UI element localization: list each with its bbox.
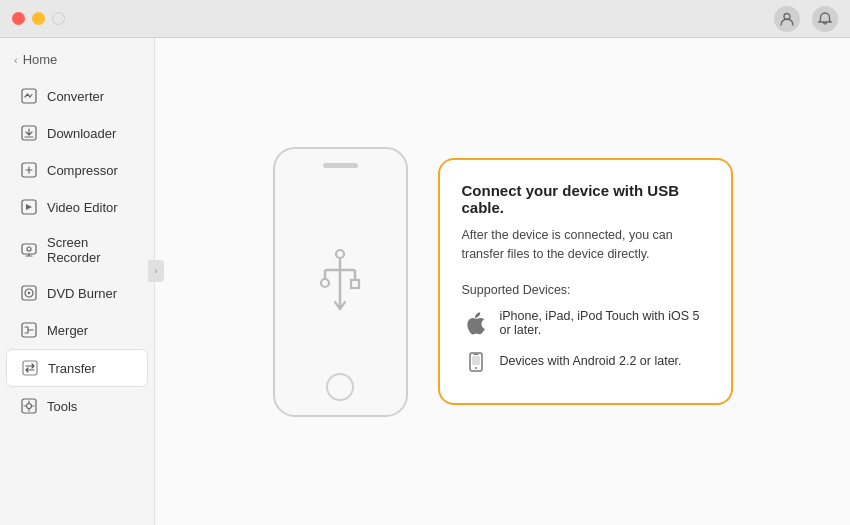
converter-label: Converter [47, 89, 104, 104]
profile-icon[interactable] [774, 6, 800, 32]
merger-label: Merger [47, 323, 88, 338]
tools-icon [20, 397, 38, 415]
android-device-text: Devices with Android 2.2 or later. [500, 354, 682, 368]
svg-point-23 [475, 367, 477, 369]
video-editor-label: Video Editor [47, 200, 118, 215]
sidebar-item-converter[interactable]: Converter [6, 78, 148, 114]
usb-symbol [310, 242, 370, 322]
compressor-icon [20, 161, 38, 179]
dvd-burner-label: DVD Burner [47, 286, 117, 301]
back-chevron: ‹ [14, 54, 18, 66]
phone-illustration [273, 147, 408, 417]
downloader-label: Downloader [47, 126, 116, 141]
svg-rect-22 [472, 356, 480, 365]
dvd-burner-icon [20, 284, 38, 302]
sidebar-item-tools[interactable]: Tools [6, 388, 148, 424]
svg-point-13 [27, 404, 32, 409]
apple-device-text: iPhone, iPad, iPod Touch with iOS 5 or l… [500, 309, 709, 337]
svg-point-18 [321, 279, 329, 287]
sidebar-home[interactable]: ‹ Home [0, 46, 154, 77]
phone-speaker [323, 163, 358, 168]
svg-rect-11 [23, 361, 37, 375]
svg-rect-19 [351, 280, 359, 288]
svg-point-20 [336, 250, 344, 258]
title-bar-actions [774, 6, 838, 32]
apple-device-item: iPhone, iPad, iPod Touch with iOS 5 or l… [462, 309, 709, 337]
svg-point-6 [27, 247, 31, 251]
sidebar-item-dvd-burner[interactable]: DVD Burner [6, 275, 148, 311]
home-label: Home [23, 52, 58, 67]
merger-icon [20, 321, 38, 339]
supported-devices-label: Supported Devices: [462, 283, 709, 297]
screen-recorder-icon [20, 241, 38, 259]
traffic-lights [12, 12, 65, 25]
notification-icon[interactable] [812, 6, 838, 32]
sidebar-item-merger[interactable]: Merger [6, 312, 148, 348]
phone-home-button [326, 373, 354, 401]
minimize-button[interactable] [32, 12, 45, 25]
downloader-icon [20, 124, 38, 142]
android-device-item: Devices with Android 2.2 or later. [462, 347, 709, 375]
close-button[interactable] [12, 12, 25, 25]
transfer-area: Connect your device with USB cable. Afte… [273, 147, 733, 417]
info-card-title: Connect your device with USB cable. [462, 182, 709, 216]
info-card: Connect your device with USB cable. Afte… [438, 158, 733, 406]
info-card-description: After the device is connected, you can t… [462, 226, 709, 264]
apple-icon [462, 309, 490, 337]
app-layout: ‹ Home Converter Downloader [0, 38, 850, 525]
svg-point-9 [28, 292, 30, 294]
video-editor-icon [20, 198, 38, 216]
sidebar-item-transfer[interactable]: Transfer [6, 349, 148, 387]
sidebar-item-video-editor[interactable]: Video Editor [6, 189, 148, 225]
main-content: Connect your device with USB cable. Afte… [155, 38, 850, 525]
svg-rect-5 [22, 244, 36, 254]
converter-icon [20, 87, 38, 105]
sidebar-item-downloader[interactable]: Downloader [6, 115, 148, 151]
sidebar-item-screen-recorder[interactable]: Screen Recorder [6, 226, 148, 274]
sidebar-item-compressor[interactable]: Compressor [6, 152, 148, 188]
sidebar: ‹ Home Converter Downloader [0, 38, 155, 525]
screen-recorder-label: Screen Recorder [47, 235, 134, 265]
sidebar-collapse-button[interactable]: › [148, 260, 164, 282]
compressor-label: Compressor [47, 163, 118, 178]
tools-label: Tools [47, 399, 77, 414]
title-bar [0, 0, 850, 38]
transfer-label: Transfer [48, 361, 96, 376]
maximize-button[interactable] [52, 12, 65, 25]
android-icon [462, 347, 490, 375]
transfer-icon [21, 359, 39, 377]
